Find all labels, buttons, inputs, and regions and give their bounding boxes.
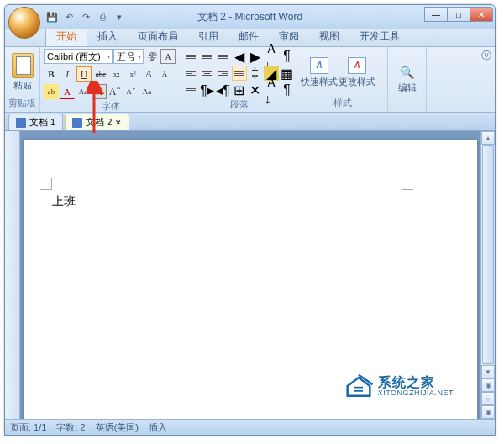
align-left-button[interactable] xyxy=(184,66,199,81)
asian-layout-button[interactable]: ✕ xyxy=(248,82,263,98)
scroll-thumb[interactable] xyxy=(482,145,494,364)
editing-label xyxy=(391,108,423,110)
document-text[interactable]: 上班 xyxy=(52,194,76,209)
multilevel-button[interactable] xyxy=(216,49,231,64)
rtl-button[interactable]: ◂¶ xyxy=(216,82,231,98)
group-styles: A 快速样式 A 更改样式 样式 xyxy=(297,47,388,112)
window-title: 文档 2 - Microsoft Word xyxy=(197,10,302,24)
char-shading-button[interactable]: A xyxy=(92,84,107,99)
editing-button[interactable]: 编辑 xyxy=(398,82,417,94)
font-color-button[interactable]: A xyxy=(60,84,75,99)
increase-indent-button[interactable]: ▶ xyxy=(248,49,263,64)
clear-format-button[interactable]: Aa xyxy=(139,84,155,99)
quick-styles-button[interactable]: A 快速样式 xyxy=(301,51,338,93)
tab-view[interactable]: 视图 xyxy=(309,27,349,46)
line-spacing-button[interactable]: ‡ xyxy=(248,66,263,81)
sort2-button[interactable]: Ａ↓ xyxy=(264,82,279,98)
phonetic-button[interactable]: 雯 xyxy=(144,49,160,64)
ribbon: ⓥ 粘贴 剪贴板 Calibri (西文) 五号 雯 A B xyxy=(5,47,495,113)
shrink-font-button[interactable]: A xyxy=(157,66,172,82)
change-case-button[interactable]: Aa xyxy=(76,84,91,99)
distribute-button[interactable] xyxy=(184,82,199,98)
doctab-2[interactable]: 文档 2✕ xyxy=(65,114,129,130)
align-center-button[interactable] xyxy=(200,66,215,81)
ribbon-minimize-icon[interactable]: ⓥ xyxy=(481,49,491,63)
undo-icon[interactable]: ↶ xyxy=(62,10,76,24)
snap-button[interactable]: ⊞ xyxy=(232,82,247,98)
status-insert[interactable]: 插入 xyxy=(149,421,167,434)
shrink-font2-button[interactable]: A˅ xyxy=(123,84,139,99)
bold-button[interactable]: B xyxy=(44,66,59,82)
highlight-button[interactable]: ab xyxy=(44,84,59,99)
ltr-button[interactable]: ¶▸ xyxy=(200,82,215,98)
document-area: 上班 系统之家 XITONGZHIJIA.NET ▲ ▼ ◉ ○ ◉ xyxy=(5,131,495,419)
borders-button[interactable]: ▦ xyxy=(280,66,295,81)
font-size-combo[interactable]: 五号 xyxy=(113,49,144,64)
paragraph-label: 段落 xyxy=(185,98,293,112)
justify-button[interactable] xyxy=(232,66,247,81)
tab-references[interactable]: 引用 xyxy=(188,27,228,46)
minimize-button[interactable]: — xyxy=(424,7,448,22)
styles-label: 样式 xyxy=(301,96,384,110)
tab-home[interactable]: 开始 xyxy=(45,26,87,46)
align-right-button[interactable] xyxy=(216,66,231,81)
next-page-icon[interactable]: ◉ xyxy=(481,405,495,419)
show-marks-button[interactable]: ¶ xyxy=(280,49,295,64)
status-lang[interactable]: 英语(美国) xyxy=(96,421,139,434)
browse-object-icon[interactable]: ○ xyxy=(481,392,495,405)
watermark: 系统之家 XITONGZHIJIA.NET xyxy=(344,373,454,399)
find-icon[interactable]: 🔍 xyxy=(399,64,416,81)
document-tabs: 文档 1 文档 2✕ xyxy=(5,113,495,131)
save-icon[interactable]: 💾 xyxy=(45,10,59,24)
group-editing: 🔍 编辑 xyxy=(388,47,427,112)
tab-insert[interactable]: 插入 xyxy=(87,27,128,46)
office-button[interactable] xyxy=(8,7,40,39)
tab-mailings[interactable]: 邮件 xyxy=(228,27,269,46)
doctab-1[interactable]: 文档 1 xyxy=(8,114,63,130)
grow-font2-button[interactable]: A˄ xyxy=(108,84,123,99)
margin-crop-tl xyxy=(40,178,52,190)
superscript-button[interactable]: x² xyxy=(125,66,140,82)
tab-developer[interactable]: 开发工具 xyxy=(349,27,410,46)
quick-styles-icon: A xyxy=(310,57,328,74)
vertical-scrollbar[interactable]: ▲ ▼ ◉ ○ ◉ xyxy=(480,131,495,419)
prev-page-icon[interactable]: ◉ xyxy=(481,378,495,392)
tab-layout[interactable]: 页面布局 xyxy=(128,27,188,46)
clipboard-label: 剪贴板 xyxy=(8,96,36,110)
italic-button[interactable]: I xyxy=(60,66,75,82)
paste-icon[interactable] xyxy=(12,53,34,78)
status-bar: 页面: 1/1 字数: 2 英语(美国) 插入 xyxy=(5,419,495,436)
font-name-combo[interactable]: Calibri (西文) xyxy=(44,49,113,64)
page[interactable]: 上班 系统之家 XITONGZHIJIA.NET xyxy=(24,140,477,419)
subscript-button[interactable]: x₂ xyxy=(109,66,124,82)
vertical-ruler[interactable] xyxy=(5,131,20,419)
redo-icon[interactable]: ↷ xyxy=(79,10,92,24)
numbering-button[interactable] xyxy=(200,49,215,64)
scroll-down-icon[interactable]: ▼ xyxy=(481,365,495,378)
status-page[interactable]: 页面: 1/1 xyxy=(10,421,46,434)
char-border-button[interactable]: A xyxy=(160,49,176,64)
bullets-button[interactable] xyxy=(184,49,199,64)
quick-access-toolbar: 💾 ↶ ↷ ⎙ ▾ xyxy=(45,10,126,24)
paste-button[interactable]: 粘贴 xyxy=(13,79,32,92)
status-words[interactable]: 字数: 2 xyxy=(56,421,85,434)
qat-more-icon[interactable]: ▾ xyxy=(113,10,126,24)
scroll-up-icon[interactable]: ▲ xyxy=(481,131,495,145)
decrease-indent-button[interactable]: ◀ xyxy=(232,49,247,64)
doctab-close-icon[interactable]: ✕ xyxy=(115,119,122,127)
grow-font-button[interactable]: A xyxy=(141,66,156,82)
margin-crop-tr xyxy=(402,178,413,190)
watermark-logo-icon xyxy=(344,373,373,399)
change-styles-icon: A xyxy=(348,57,366,74)
underline-button[interactable]: U xyxy=(76,66,92,82)
watermark-cn: 系统之家 xyxy=(378,376,454,389)
para-marks-button[interactable]: ¶ xyxy=(280,82,295,98)
print-icon[interactable]: ⎙ xyxy=(96,10,109,24)
maximize-button[interactable]: □ xyxy=(447,7,470,22)
font-label: 字体 xyxy=(44,99,177,114)
sort-button[interactable]: Ａ↓ xyxy=(264,49,279,64)
strike-button[interactable]: abe xyxy=(93,66,108,82)
change-styles-button[interactable]: A 更改样式 xyxy=(339,51,375,93)
close-button[interactable]: ✕ xyxy=(470,7,493,22)
group-paragraph: ◀ ▶ Ａ↓ ¶ ‡ ◢ ▦ ¶▸ ◂¶ xyxy=(181,47,297,112)
